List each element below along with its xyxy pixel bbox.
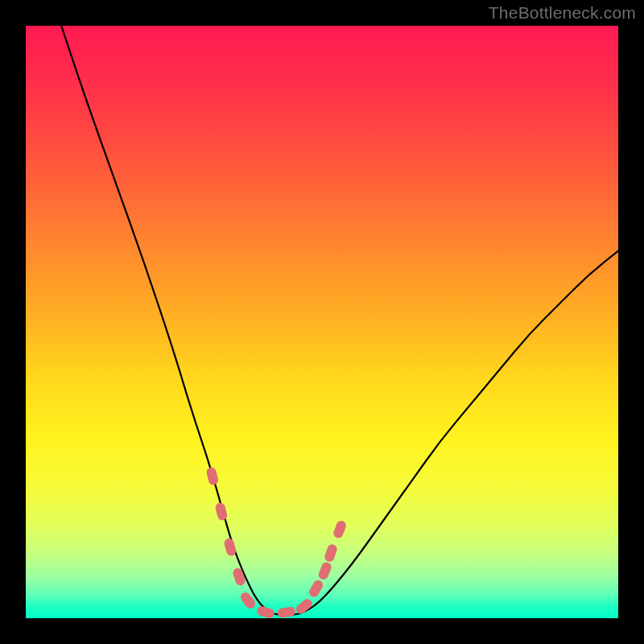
bottleneck-curve-svg	[26, 26, 618, 618]
curve-marker	[214, 502, 228, 521]
svg-rect-6	[277, 606, 296, 618]
curve-marker	[232, 567, 246, 587]
svg-rect-9	[317, 561, 333, 581]
curve-marker	[223, 538, 237, 557]
svg-rect-11	[332, 519, 348, 539]
svg-rect-0	[205, 466, 219, 485]
curve-marker	[308, 579, 324, 599]
curve-marker	[256, 605, 276, 618]
svg-rect-3	[232, 567, 246, 587]
chart-frame: TheBottleneck.com	[0, 0, 644, 644]
svg-rect-8	[308, 579, 324, 599]
curve-marker	[332, 519, 348, 539]
svg-rect-1	[214, 502, 228, 521]
curve-marker	[295, 597, 315, 616]
curve-marker	[277, 606, 296, 618]
curve-marker	[205, 466, 219, 485]
curve-marker	[324, 543, 339, 564]
svg-rect-10	[324, 543, 339, 564]
curve-marker	[317, 561, 333, 581]
plot-area	[26, 26, 618, 618]
svg-rect-2	[223, 538, 237, 557]
svg-rect-7	[295, 597, 315, 616]
svg-rect-5	[256, 605, 276, 618]
watermark-text: TheBottleneck.com	[489, 3, 636, 23]
